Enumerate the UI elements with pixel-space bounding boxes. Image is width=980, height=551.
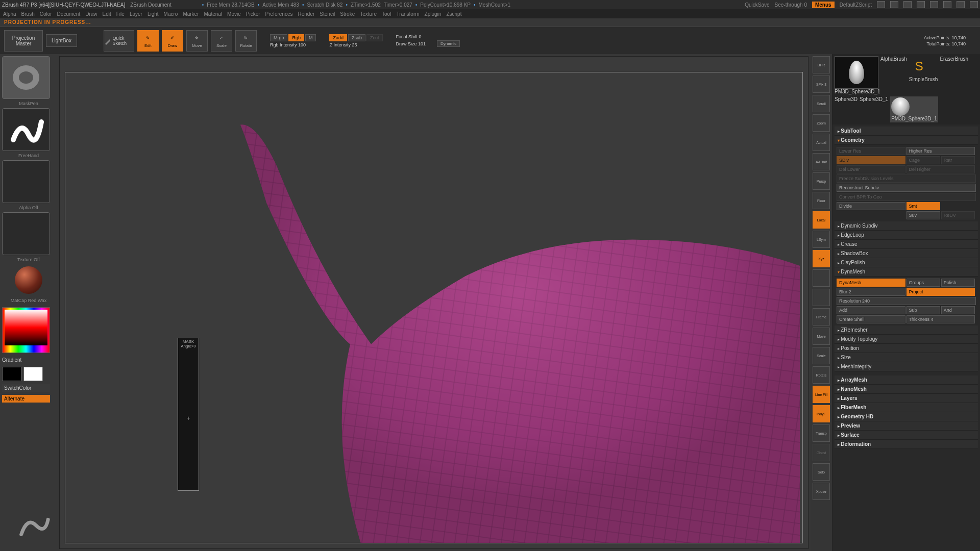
subtool-section[interactable]: SubTool xyxy=(835,127,978,136)
menu-edit[interactable]: Edit xyxy=(103,11,111,17)
linefill-button[interactable]: Line Fill xyxy=(813,386,830,403)
rotate-nav-button[interactable]: Rotate xyxy=(813,366,830,384)
rstr[interactable]: Rstr xyxy=(941,156,975,164)
menu-render[interactable]: Render xyxy=(298,11,315,17)
menu-file[interactable]: File xyxy=(116,11,125,17)
persp-button[interactable]: Persp xyxy=(813,172,830,190)
bpr-button[interactable]: BPR xyxy=(813,56,830,73)
reuv-button[interactable]: ReUV xyxy=(941,211,975,219)
create-shell[interactable]: Create Shell xyxy=(837,315,905,323)
xyz-button[interactable]: Xyz xyxy=(813,250,830,267)
lightbox-button[interactable]: LightBox xyxy=(46,34,77,47)
zcut-button[interactable]: Zcut xyxy=(366,34,383,41)
tool-simplebrush[interactable]: SSimpleBrush xyxy=(909,56,938,94)
layout-btn-2[interactable] xyxy=(890,1,898,8)
dynamic-button[interactable]: Dynamic xyxy=(437,40,460,47)
solo-button[interactable]: Solo xyxy=(813,463,830,481)
layout-btn-3[interactable] xyxy=(903,1,912,8)
tool-sphere3d[interactable]: Sphere3D xyxy=(835,96,857,122)
tool-pm3d[interactable]: PM3D_Sphere3D_1 xyxy=(890,96,938,122)
divide-button[interactable]: Divide xyxy=(837,202,905,210)
project-button[interactable]: Project xyxy=(906,288,975,296)
mrgb-button[interactable]: Mrgb xyxy=(270,34,288,41)
zadd-button[interactable]: Zadd xyxy=(329,34,347,41)
move-nav-button[interactable]: Move xyxy=(813,328,830,345)
arraymesh-section[interactable]: ArrayMesh xyxy=(835,375,978,385)
scale-nav-button[interactable]: Scale xyxy=(813,347,830,364)
menu-texture[interactable]: Texture xyxy=(360,11,377,17)
frame-button[interactable]: Frame xyxy=(813,308,830,325)
mask-float-panel[interactable]: MASK Angle>9 + xyxy=(178,338,199,491)
preview-section[interactable]: Preview xyxy=(835,421,978,431)
edit-mode[interactable]: ✎Edit xyxy=(137,30,159,52)
texture-thumb[interactable] xyxy=(2,212,50,255)
add-button[interactable]: Add xyxy=(837,306,905,314)
default-zscript[interactable]: DefaultZScript xyxy=(840,2,872,8)
dynamesh-button[interactable]: DynaMesh xyxy=(837,279,905,287)
layout-btn-4[interactable] xyxy=(917,1,925,8)
zoom-button[interactable]: Zoom xyxy=(813,114,830,132)
polish-button[interactable]: Polish xyxy=(941,279,975,287)
menus-toggle[interactable]: Menus xyxy=(812,2,835,8)
convert-bpr[interactable]: Convert BPR To Geo xyxy=(837,193,976,201)
rgb-intensity[interactable]: Rgb Intensity 100 xyxy=(270,42,316,47)
lower-res[interactable]: Lower Res xyxy=(837,147,905,155)
freeze-subdiv[interactable]: Freeze SubDivision Levels xyxy=(837,174,976,183)
tool-current[interactable]: PM3D_Sphere3D_1 xyxy=(835,56,878,94)
modify-topology[interactable]: Modify Topology xyxy=(835,335,978,344)
focal-shift[interactable]: Focal Shift 0 xyxy=(396,34,460,39)
draw-mode[interactable]: ✐Draw xyxy=(162,30,183,52)
resolution-slider[interactable]: Resolution 240 xyxy=(837,297,976,305)
scale-mode[interactable]: ⤢Scale xyxy=(211,30,232,52)
switch-color[interactable]: SwitchColor xyxy=(2,384,50,392)
thickness-slider[interactable]: Thickness 4 xyxy=(906,315,975,323)
size-section[interactable]: Size xyxy=(835,353,978,362)
fibermesh-section[interactable]: FiberMesh xyxy=(835,403,978,412)
cage[interactable]: Cage xyxy=(906,156,940,164)
tool-sphere3d-1[interactable]: Sphere3D_1 xyxy=(860,96,888,122)
menu-layer[interactable]: Layer xyxy=(130,11,142,17)
menu-preferences[interactable]: Preferences xyxy=(265,11,293,17)
menu-color[interactable]: Color xyxy=(40,11,52,17)
help-btn[interactable] xyxy=(930,1,938,8)
del-higher[interactable]: Del Higher xyxy=(906,165,975,173)
close-icon[interactable] xyxy=(970,1,978,8)
quick-sketch[interactable]: Quick Sketch xyxy=(104,30,134,52)
rotate-mode[interactable]: ↻Rotate xyxy=(235,30,257,52)
dynamic-subdiv[interactable]: Dynamic Subdiv xyxy=(835,221,978,231)
zsub-button[interactable]: Zsub xyxy=(348,34,365,41)
maximize-icon[interactable] xyxy=(957,1,965,8)
menu-macro[interactable]: Macro xyxy=(164,11,178,17)
nanomesh-section[interactable]: NanoMesh xyxy=(835,385,978,394)
smt-button[interactable]: Smt xyxy=(906,202,940,210)
meshintegrity-section[interactable]: MeshIntegrity xyxy=(835,362,978,371)
menu-brush[interactable]: Brush xyxy=(21,11,35,17)
swatch-black[interactable] xyxy=(2,367,21,381)
nav-blank1[interactable] xyxy=(813,269,830,287)
menu-tool[interactable]: Tool xyxy=(382,11,391,17)
higher-res[interactable]: Higher Res xyxy=(906,147,975,155)
mesh-viewport[interactable] xyxy=(65,72,802,543)
alpha-thumb[interactable] xyxy=(2,160,50,203)
del-lower[interactable]: Del Lower xyxy=(837,165,905,173)
sub-button[interactable]: Sub xyxy=(906,306,940,314)
actual-button[interactable]: Actual xyxy=(813,134,830,151)
layers-section[interactable]: Layers xyxy=(835,394,978,403)
stroke-thumb[interactable] xyxy=(2,108,50,151)
projection-master[interactable]: Projection Master xyxy=(4,30,43,52)
tool-eraserbrush[interactable]: EraserBrush xyxy=(940,56,968,94)
suv-button[interactable]: Suv xyxy=(906,211,940,219)
menu-draw[interactable]: Draw xyxy=(85,11,97,17)
menu-alpha[interactable]: Alpha xyxy=(3,11,16,17)
scroll-button[interactable]: Scroll xyxy=(813,95,830,112)
floor-button[interactable]: Floor xyxy=(813,192,830,209)
zremesher-section[interactable]: ZRemesher xyxy=(835,325,978,335)
brush-thumb[interactable] xyxy=(2,56,50,99)
tool-alphabrush[interactable]: AlphaBrush xyxy=(880,56,907,94)
menu-marker[interactable]: Marker xyxy=(183,11,199,17)
dynamesh-section[interactable]: DynaMesh xyxy=(835,267,978,277)
position-section[interactable]: Position xyxy=(835,344,978,353)
aahalf-button[interactable]: AAHalf xyxy=(813,153,830,170)
edgeloop-section[interactable]: EdgeLoop xyxy=(835,231,978,240)
groups-button[interactable]: Groups xyxy=(906,279,940,287)
